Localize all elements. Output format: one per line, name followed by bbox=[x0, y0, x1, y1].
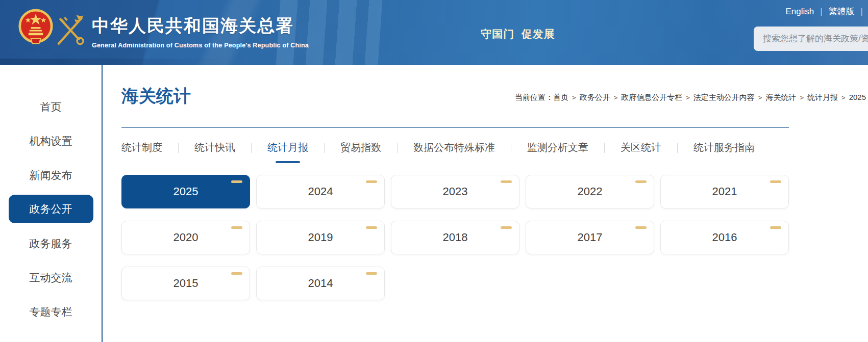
sidebar-item-gov-service[interactable]: 政务服务 bbox=[9, 226, 93, 260]
breadcrumb: 当前位置：首页>政务公开>政府信息公开专栏>法定主动公开内容>海关统计>统计月报… bbox=[515, 93, 866, 102]
breadcrumb-item[interactable]: 2025 bbox=[849, 93, 866, 101]
lang-separator: | bbox=[820, 7, 822, 16]
header-bottom-shade bbox=[0, 59, 235, 65]
gold-dash-icon bbox=[501, 180, 512, 183]
tab-separator bbox=[397, 143, 398, 153]
tab-trade-index[interactable]: 贸易指数 bbox=[340, 142, 381, 153]
year-label: 2020 bbox=[173, 231, 199, 244]
year-card-2025[interactable]: 2025 bbox=[121, 175, 250, 208]
search-input[interactable] bbox=[754, 27, 868, 51]
sidebar-item-news-release[interactable]: 新闻发布 bbox=[9, 158, 93, 192]
tab-separator bbox=[677, 143, 678, 153]
breadcrumb-separator: > bbox=[572, 94, 576, 101]
stats-tabs: 统计制度统计快讯统计月报贸易指数数据公布特殊标准监测分析文章关区统计统计服务指南 bbox=[121, 128, 789, 175]
breadcrumb-item[interactable]: 政务公开 bbox=[580, 93, 610, 101]
year-card-2024[interactable]: 2024 bbox=[256, 175, 385, 208]
tab-stat-service-guide[interactable]: 统计服务指南 bbox=[693, 142, 755, 153]
year-label: 2025 bbox=[173, 185, 199, 198]
sidebar-nav: 首页机构设置新闻发布政务公开政务服务互动交流专题专栏 bbox=[0, 65, 103, 342]
gold-dash-icon bbox=[635, 226, 647, 229]
gold-dash-icon bbox=[501, 226, 512, 229]
gold-dash-icon bbox=[231, 226, 242, 229]
breadcrumb-separator: > bbox=[614, 94, 618, 101]
year-label: 2018 bbox=[443, 231, 468, 244]
lang-link-traditional-chinese[interactable]: 繁體版 bbox=[829, 7, 855, 16]
year-label: 2015 bbox=[173, 277, 199, 290]
breadcrumb-item[interactable]: 首页 bbox=[553, 93, 568, 101]
gold-dash-icon bbox=[770, 226, 781, 229]
lang-link-english[interactable]: English bbox=[785, 7, 814, 16]
year-card-2022[interactable]: 2022 bbox=[526, 175, 654, 208]
year-label: 2022 bbox=[578, 185, 603, 198]
gold-dash-icon bbox=[366, 272, 377, 275]
tab-data-release-standard[interactable]: 数据公布特殊标准 bbox=[413, 142, 495, 153]
language-switcher: English|繁體版| bbox=[785, 6, 868, 17]
header-slogans: 守国门 促发展 当好让党放心 让人民满意的国门卫士 bbox=[393, 9, 643, 65]
gold-dash-icon bbox=[231, 180, 242, 183]
tab-stat-express[interactable]: 统计快讯 bbox=[194, 142, 235, 153]
year-card-2017[interactable]: 2017 bbox=[526, 221, 654, 254]
lang-separator: | bbox=[861, 7, 863, 16]
site-title: 中华人民共和国海关总署 bbox=[92, 14, 309, 38]
year-label: 2023 bbox=[443, 185, 468, 198]
tab-separator bbox=[178, 143, 179, 153]
tab-stat-monthly[interactable]: 统计月报 bbox=[267, 142, 308, 153]
slogan-line-1: 守国门 促发展 bbox=[393, 27, 643, 41]
site-subtitle: General Administration of Customs of the… bbox=[92, 42, 309, 49]
year-card-2023[interactable]: 2023 bbox=[391, 175, 519, 208]
main-content: 海关统计 当前位置：首页>政务公开>政府信息公开专栏>法定主动公开内容>海关统计… bbox=[103, 65, 868, 342]
year-label: 2019 bbox=[308, 231, 333, 244]
year-card-2019[interactable]: 2019 bbox=[256, 221, 385, 254]
gold-dash-icon bbox=[366, 226, 377, 229]
site-brand: 中华人民共和国海关总署 General Administration of Cu… bbox=[92, 14, 309, 49]
gold-dash-icon bbox=[770, 180, 781, 183]
year-label: 2021 bbox=[712, 185, 737, 198]
national-emblem-icon bbox=[18, 8, 53, 48]
breadcrumb-separator: > bbox=[686, 94, 690, 101]
year-grid: 2025202420232022202120202019201820172016… bbox=[121, 175, 789, 300]
sidebar-item-gov-open[interactable]: 政务公开 bbox=[9, 195, 93, 223]
gold-dash-icon bbox=[366, 180, 377, 183]
breadcrumb-items: 首页>政务公开>政府信息公开专栏>法定主动公开内容>海关统计>统计月报>2025 bbox=[553, 93, 866, 101]
customs-logo-icon bbox=[55, 10, 87, 50]
year-card-2020[interactable]: 2020 bbox=[121, 221, 250, 254]
year-label: 2024 bbox=[308, 185, 333, 198]
sidebar-item-org-setup[interactable]: 机构设置 bbox=[9, 124, 93, 158]
sidebar-item-home[interactable]: 首页 bbox=[9, 90, 93, 124]
breadcrumb-item[interactable]: 海关统计 bbox=[765, 93, 796, 101]
year-card-2014[interactable]: 2014 bbox=[256, 267, 385, 300]
tab-stat-system[interactable]: 统计制度 bbox=[121, 142, 162, 153]
gold-dash-icon bbox=[231, 272, 242, 275]
sidebar-item-interaction[interactable]: 互动交流 bbox=[9, 260, 93, 295]
breadcrumb-separator: > bbox=[800, 94, 804, 101]
year-card-2015[interactable]: 2015 bbox=[121, 267, 250, 300]
year-label: 2014 bbox=[308, 277, 333, 290]
breadcrumb-label: 当前位置： bbox=[515, 93, 553, 101]
year-card-2018[interactable]: 2018 bbox=[391, 221, 519, 254]
breadcrumb-separator: > bbox=[758, 94, 762, 101]
breadcrumb-item[interactable]: 政府信息公开专栏 bbox=[621, 93, 682, 101]
tab-separator bbox=[324, 143, 325, 153]
breadcrumb-item[interactable]: 法定主动公开内容 bbox=[693, 93, 755, 101]
year-label: 2017 bbox=[578, 231, 603, 244]
gold-dash-icon bbox=[635, 180, 647, 183]
tab-separator bbox=[604, 143, 605, 153]
breadcrumb-separator: > bbox=[841, 94, 846, 101]
year-card-2016[interactable]: 2016 bbox=[660, 221, 789, 254]
tab-separator bbox=[511, 143, 511, 153]
tab-analysis-articles[interactable]: 监测分析文章 bbox=[527, 142, 588, 153]
sidebar-item-special-columns[interactable]: 专题专栏 bbox=[9, 295, 93, 329]
site-header: 中华人民共和国海关总署 General Administration of Cu… bbox=[0, 0, 868, 65]
year-card-2021[interactable]: 2021 bbox=[660, 175, 789, 208]
breadcrumb-item[interactable]: 统计月报 bbox=[807, 93, 838, 101]
year-label: 2016 bbox=[712, 231, 737, 244]
tab-district-stats[interactable]: 关区统计 bbox=[621, 142, 661, 153]
tab-separator bbox=[251, 143, 252, 153]
